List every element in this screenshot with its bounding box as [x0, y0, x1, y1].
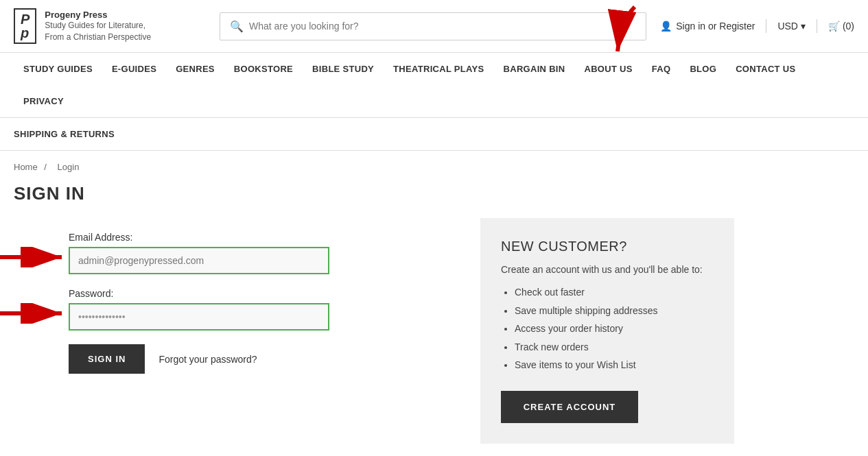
logo-area: Pp Progeny Press Study Guides for Litera… — [14, 8, 206, 44]
nav-item-shipping[interactable]: SHIPPING & RETURNS — [14, 125, 854, 143]
header-divider-2 — [817, 19, 817, 33]
login-form-area: Email Address: Password: SIGN — [14, 218, 453, 444]
search-input[interactable] — [249, 21, 636, 32]
brand-name: Progeny Press — [45, 10, 151, 20]
form-actions: SIGN IN Forgot your password? — [69, 344, 453, 374]
user-icon: 👤 — [660, 21, 672, 32]
nav-item-bible-study[interactable]: BIBLE STUDY — [303, 53, 384, 85]
password-input[interactable] — [69, 303, 329, 331]
logo-text: Progeny Press Study Guides for Literatur… — [45, 10, 151, 43]
annotation-arrow-password — [0, 303, 69, 326]
benefit-item: Access your order history — [515, 320, 714, 338]
sign-in-link[interactable]: 👤 Sign in or Register — [660, 21, 755, 32]
logo-tagline: Study Guides for Literature, From a Chri… — [45, 20, 151, 43]
site-header: Pp Progeny Press Study Guides for Litera… — [0, 0, 868, 53]
sign-in-button[interactable]: SIGN IN — [69, 344, 145, 374]
header-right: 👤 Sign in or Register USD ▾ 🛒 (0) — [660, 19, 854, 33]
new-customer-box: NEW CUSTOMER? Create an account with us … — [480, 218, 734, 444]
email-form-group: Email Address: — [69, 232, 453, 274]
email-input[interactable] — [69, 247, 329, 274]
nav-item-about-us[interactable]: ABOUT US — [574, 53, 642, 85]
breadcrumb-home[interactable]: Home — [14, 162, 38, 172]
search-bar[interactable]: 🔍 — [220, 12, 646, 40]
annotation-arrow-email — [0, 247, 69, 269]
password-label: Password: — [69, 288, 453, 299]
new-customer-title: NEW CUSTOMER? — [501, 239, 714, 254]
nav-item-bookstore[interactable]: BOOKSTORE — [224, 53, 303, 85]
nav-item-theatrical[interactable]: THEATRICAL PLAYS — [384, 53, 493, 85]
breadcrumb-separator: / — [44, 162, 47, 172]
benefit-item: Save multiple shipping addresses — [515, 302, 714, 320]
password-form-group: Password: — [69, 288, 453, 331]
new-customer-benefits-list: Check out faster Save multiple shipping … — [501, 283, 714, 374]
cart-icon: 🛒 — [828, 21, 840, 32]
breadcrumb-current: Login — [58, 162, 80, 172]
main-content: Email Address: Password: SIGN — [0, 218, 868, 456]
benefit-item: Save items to your Wish List — [515, 356, 714, 374]
nav-sub-bar: SHIPPING & RETURNS — [0, 118, 868, 151]
benefit-item: Track new orders — [515, 338, 714, 357]
page-title: SIGN IN — [0, 178, 868, 218]
nav-item-contact-us[interactable]: CONTACT US — [726, 53, 805, 85]
create-account-button[interactable]: CREATE ACCOUNT — [501, 391, 638, 423]
nav-item-privacy[interactable]: PRIVACY — [14, 85, 73, 117]
nav-item-study-guides[interactable]: STUDY GUIDES — [14, 53, 102, 85]
nav-main-row: STUDY GUIDES E-GUIDES GENRES BOOKSTORE B… — [14, 53, 854, 117]
cart-button[interactable]: 🛒 (0) — [828, 21, 854, 32]
nav-item-faq[interactable]: FAQ — [642, 53, 681, 85]
email-label: Email Address: — [69, 232, 453, 243]
currency-selector[interactable]: USD ▾ — [777, 21, 806, 32]
main-nav: STUDY GUIDES E-GUIDES GENRES BOOKSTORE B… — [0, 53, 868, 118]
nav-item-bargain-bin[interactable]: BARGAIN BIN — [494, 53, 575, 85]
header-divider — [766, 19, 766, 33]
breadcrumb: Home / Login — [0, 151, 868, 178]
benefit-item: Check out faster — [515, 283, 714, 302]
forgot-password-link[interactable]: Forgot your password? — [159, 354, 257, 365]
nav-item-genres[interactable]: GENRES — [166, 53, 224, 85]
nav-item-blog[interactable]: BLOG — [680, 53, 726, 85]
logo-symbol: Pp — [14, 8, 36, 44]
chevron-down-icon: ▾ — [801, 21, 806, 32]
new-customer-desc: Create an account with us and you'll be … — [501, 264, 714, 275]
search-icon: 🔍 — [230, 20, 244, 33]
nav-item-eguides[interactable]: E-GUIDES — [102, 53, 166, 85]
